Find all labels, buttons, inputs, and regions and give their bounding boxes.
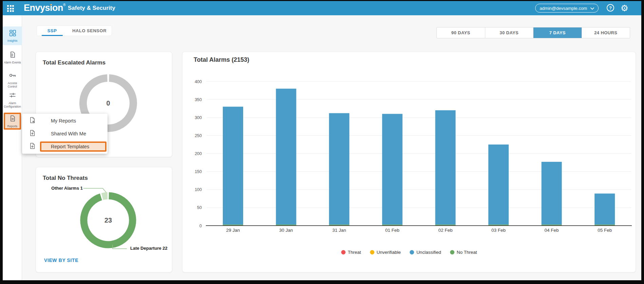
sidebar-item-access-control[interactable]: Access Control <box>3 71 22 88</box>
late-departure-callout: Late Departure 22 <box>130 246 168 251</box>
legend-label: Threat <box>348 250 361 255</box>
tab-ssp[interactable]: SSP <box>37 26 67 36</box>
envysion-logo[interactable]: Envysion® <box>24 3 65 13</box>
svg-text:400: 400 <box>195 79 202 84</box>
top-bar: Envysion® Safety & Security admin@devsam… <box>3 1 641 15</box>
file-add-icon <box>29 143 36 151</box>
legend-label: No Threat <box>457 250 477 255</box>
key-icon <box>9 72 16 80</box>
sidebar-item-label: Access Control <box>3 81 21 88</box>
filter-30-days[interactable]: 30 DAYS <box>485 27 533 38</box>
svg-text:31 Jan: 31 Jan <box>332 228 346 233</box>
other-alarms-callout: Other Alarms 1 <box>46 186 83 191</box>
total-alarms-bar-chart[interactable]: 05010015020025030035040029 Jan30 Jan31 J… <box>182 52 636 273</box>
legend-item-threat[interactable]: Threat <box>341 250 361 255</box>
help-icon[interactable]: ? <box>607 4 614 12</box>
settings-gear-icon[interactable]: ⚙ <box>621 2 628 14</box>
svg-text:250: 250 <box>195 133 202 138</box>
chart-legend: ThreatUnverifiableUnclassifiedNo Threat <box>182 250 636 255</box>
account-menu[interactable]: admin@devsample.com <box>535 4 599 13</box>
app-window: Envysion® Safety & Security admin@devsam… <box>3 1 641 280</box>
filter-90-days[interactable]: 90 DAYS <box>437 27 485 38</box>
legend-dot-icon <box>450 250 454 254</box>
page-title: Safety & Security <box>68 5 115 12</box>
no-threats-donut-chart[interactable]: 23 <box>36 167 173 273</box>
chevron-down-icon <box>590 6 594 11</box>
legend-item-unverifiable[interactable]: Unverifiable <box>370 250 401 255</box>
menu-item-my-reports[interactable]: My Reports <box>22 114 108 127</box>
svg-text:50: 50 <box>197 205 202 210</box>
svg-text:350: 350 <box>195 97 202 102</box>
legend-label: Unclassified <box>416 250 441 255</box>
svg-text:04 Feb: 04 Feb <box>545 228 559 233</box>
menu-item-label: Shared With Me <box>40 129 106 139</box>
menu-item-label: My Reports <box>40 116 106 126</box>
sidebar-item-alarm-events[interactable]: Alarm Events <box>3 49 22 66</box>
sidebar-item-reports[interactable]: Reports <box>4 113 21 130</box>
svg-text:0: 0 <box>199 224 202 228</box>
svg-text:23: 23 <box>104 216 112 224</box>
no-threats-card: Total No Threats 23 Other Alarms 1 Late … <box>36 167 172 272</box>
tune-icon <box>9 92 16 100</box>
svg-text:05 Feb: 05 Feb <box>598 228 612 233</box>
svg-text:200: 200 <box>195 151 202 156</box>
menu-item-report-templates[interactable]: Report Templates <box>22 140 108 153</box>
sidebar-item-alarm-configuration[interactable]: Alarm Configuration <box>3 91 22 109</box>
sidebar-item-insights[interactable]: Insights <box>3 26 22 45</box>
svg-text:03 Feb: 03 Feb <box>491 228 506 233</box>
file-export-icon <box>29 117 36 125</box>
legend-dot-icon <box>341 250 346 254</box>
sidebar-item-label: Alarm Events <box>3 61 21 64</box>
view-by-site-link[interactable]: VIEW BY SITE <box>44 258 78 263</box>
legend-label: Unverifiable <box>377 250 401 255</box>
filter-7-days[interactable]: 7 DAYS <box>533 27 582 38</box>
sidebar-item-label: Reports <box>3 125 21 128</box>
svg-text:01 Feb: 01 Feb <box>385 228 399 233</box>
total-alarms-card: Total Alarms (2153) 05010015020025030035… <box>182 52 636 272</box>
menu-item-shared-with-me[interactable]: Shared With Me <box>22 127 108 140</box>
tab-halo-sensor[interactable]: HALO SENSOR <box>67 26 112 36</box>
sensor-tabs: SSPHALO SENSOR <box>37 25 112 36</box>
menu-item-label: Report Templates <box>40 141 106 152</box>
reports-icon <box>9 115 16 124</box>
alarm-events-icon <box>9 51 16 60</box>
trademark-symbol: ® <box>63 3 65 7</box>
svg-text:150: 150 <box>195 169 202 174</box>
file-upload-icon <box>29 130 36 138</box>
svg-text:0: 0 <box>106 99 110 107</box>
filter-24-hours[interactable]: 24 HOURS <box>582 27 630 38</box>
legend-item-no-threat[interactable]: No Threat <box>450 250 477 255</box>
legend-dot-icon <box>410 250 414 254</box>
svg-text:30 Jan: 30 Jan <box>279 228 293 233</box>
sidebar-item-label: Insights <box>3 39 21 42</box>
legend-item-unclassified[interactable]: Unclassified <box>410 250 441 255</box>
reports-popup-menu: My ReportsShared With MeReport Templates <box>22 114 108 154</box>
apps-grid-icon[interactable] <box>7 5 14 12</box>
svg-text:29 Jan: 29 Jan <box>226 228 240 233</box>
svg-text:100: 100 <box>195 187 202 192</box>
sidebar-nav: InsightsAlarm EventsAccess ControlAlarm … <box>3 15 22 280</box>
legend-dot-icon <box>370 250 374 254</box>
svg-text:02 Feb: 02 Feb <box>438 228 452 233</box>
time-range-filter: 90 DAYS30 DAYS7 DAYS24 HOURS <box>436 27 630 38</box>
svg-text:300: 300 <box>195 115 202 120</box>
sidebar-item-label: Alarm Configuration <box>3 101 21 108</box>
dashboard-icon <box>9 29 16 38</box>
account-email: admin@devsample.com <box>540 6 587 11</box>
